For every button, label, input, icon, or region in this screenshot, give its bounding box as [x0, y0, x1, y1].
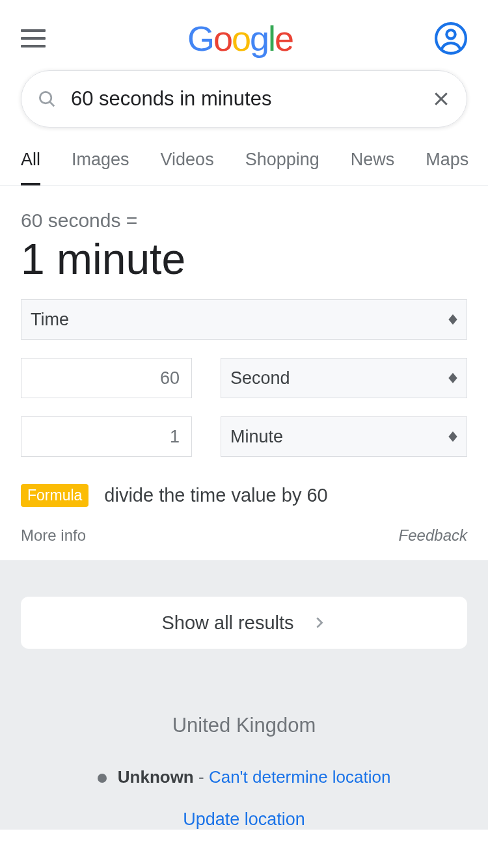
menu-button[interactable]: [21, 29, 46, 47]
svg-marker-10: [448, 431, 457, 437]
to-value-input[interactable]: 1: [21, 416, 192, 457]
search-bar: [21, 70, 467, 128]
svg-marker-7: [448, 319, 457, 325]
svg-marker-8: [448, 373, 457, 378]
svg-line-3: [49, 102, 54, 106]
from-value-input[interactable]: 60: [21, 358, 192, 398]
location-status: Unknown: [118, 767, 194, 787]
svg-point-1: [446, 30, 455, 38]
tab-all[interactable]: All: [21, 150, 40, 185]
select-arrows-icon: [448, 431, 457, 442]
tab-shopping[interactable]: Shopping: [245, 150, 319, 185]
formula-text: divide the time value by 60: [104, 485, 327, 506]
svg-marker-9: [448, 378, 457, 383]
country-label: United Kingdom: [21, 714, 467, 737]
to-unit-value: Minute: [230, 427, 283, 447]
more-info-link[interactable]: More info: [21, 526, 86, 545]
search-tabs: All Images Videos Shopping News Maps: [0, 135, 488, 186]
location-dot-icon: [98, 774, 107, 783]
feedback-link[interactable]: Feedback: [399, 526, 467, 545]
svg-point-2: [40, 92, 51, 103]
show-all-label: Show all results: [161, 612, 293, 634]
tab-videos[interactable]: Videos: [161, 150, 214, 185]
converter-widget: 60 seconds = 1 minute Time 60 Second 1 M…: [0, 186, 488, 560]
footer: Show all results United Kingdom Unknown …: [0, 560, 488, 830]
update-location-link[interactable]: Update location: [21, 809, 467, 830]
location-detail-link[interactable]: Can't determine location: [209, 767, 391, 787]
svg-marker-11: [448, 437, 457, 442]
select-arrows-icon: [448, 314, 457, 325]
svg-marker-6: [448, 314, 457, 319]
chevron-right-icon: [312, 616, 327, 630]
search-icon: [37, 89, 57, 109]
show-all-results-button[interactable]: Show all results: [21, 597, 467, 649]
equation-text: 60 seconds =: [21, 210, 467, 232]
clear-icon[interactable]: [431, 89, 451, 109]
account-icon[interactable]: [435, 22, 467, 55]
select-arrows-icon: [448, 373, 457, 383]
category-value: Time: [31, 310, 69, 330]
to-unit-select[interactable]: Minute: [221, 416, 467, 457]
category-select[interactable]: Time: [21, 299, 467, 340]
tab-images[interactable]: Images: [72, 150, 129, 185]
answer-text: 1 minute: [21, 234, 467, 284]
location-line: Unknown - Can't determine location: [21, 767, 467, 787]
from-unit-select[interactable]: Second: [221, 358, 467, 398]
tab-news[interactable]: News: [351, 150, 395, 185]
search-input[interactable]: [71, 87, 431, 111]
google-logo[interactable]: Google: [187, 18, 293, 59]
from-unit-value: Second: [230, 368, 290, 388]
formula-badge: Formula: [21, 484, 88, 507]
tab-maps[interactable]: Maps: [426, 150, 468, 185]
